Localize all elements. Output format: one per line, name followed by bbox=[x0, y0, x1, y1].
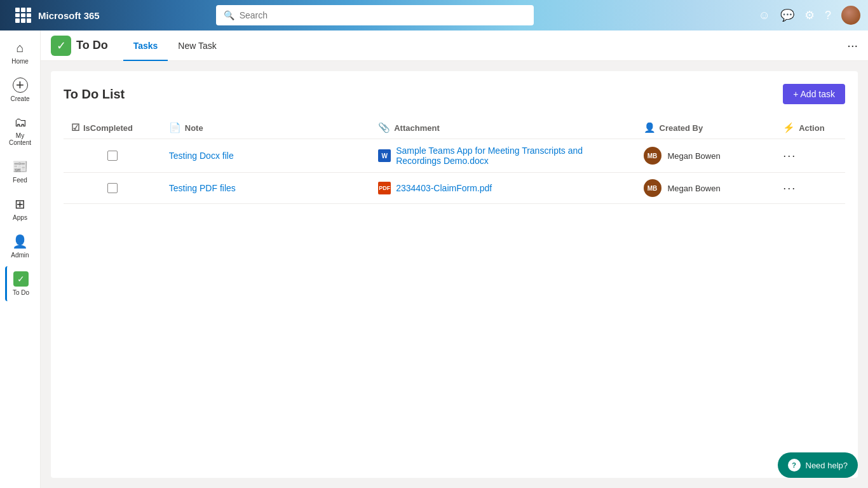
app-title: Microsoft 365 bbox=[38, 10, 100, 21]
creator-avatar-2: MB bbox=[644, 179, 661, 197]
note-link-2[interactable]: Testing PDF files bbox=[169, 183, 236, 193]
secondary-nav: ✓ To Do Tasks New Task ··· bbox=[41, 30, 868, 61]
table-row: Testing PDF files PDF 2334403-ClaimForm.… bbox=[64, 173, 845, 204]
my-content-icon: 🗂 bbox=[14, 115, 27, 130]
admin-icon: 👤 bbox=[12, 234, 28, 249]
word-icon: W bbox=[378, 149, 391, 162]
sidebar-item-my-content[interactable]: 🗂 My Content bbox=[5, 110, 36, 151]
col-header-completed: ☑ IsCompleted bbox=[64, 117, 161, 139]
cell-createdby-2: MB Megan Bowen bbox=[636, 173, 776, 204]
createdby-col-icon: 👤 bbox=[644, 122, 656, 133]
sidebar-label-home: Home bbox=[11, 58, 29, 65]
action-col-icon: ⚡ bbox=[783, 122, 795, 133]
home-icon: ⌂ bbox=[16, 41, 24, 55]
card-header: To Do List + Add task bbox=[64, 84, 845, 104]
tab-new-task[interactable]: New Task bbox=[168, 31, 226, 61]
note-col-icon: 📄 bbox=[169, 122, 181, 133]
attachment-link-1[interactable]: Sample Teams App for Meeting Transcripts… bbox=[396, 146, 628, 166]
create-icon: + bbox=[13, 78, 28, 93]
action-menu-1[interactable]: ··· bbox=[783, 149, 796, 162]
completed-col-icon: ☑ bbox=[71, 122, 79, 133]
sidebar-label-feed: Feed bbox=[13, 177, 27, 184]
feed-icon: 📰 bbox=[12, 159, 28, 174]
more-options-icon[interactable]: ··· bbox=[847, 38, 858, 53]
sidebar-item-home[interactable]: ⌂ Home bbox=[5, 36, 36, 70]
sidebar-item-apps[interactable]: ⊞ Apps bbox=[5, 191, 36, 226]
search-bar[interactable]: 🔍 bbox=[216, 5, 534, 25]
apps-icon: ⊞ bbox=[15, 196, 25, 212]
sidebar-label-todo: To Do bbox=[13, 289, 29, 296]
cell-attachment-1: W Sample Teams App for Meeting Transcrip… bbox=[370, 139, 635, 173]
content-area: To Do List + Add task ☑ IsCompleted bbox=[41, 61, 868, 488]
col-label-note: Note bbox=[185, 123, 203, 133]
task-checkbox-2[interactable] bbox=[107, 183, 118, 193]
attachment-link-2[interactable]: 2334403-ClaimForm.pdf bbox=[396, 183, 492, 193]
nav-tabs: Tasks New Task bbox=[123, 30, 227, 60]
task-card: To Do List + Add task ☑ IsCompleted bbox=[51, 71, 858, 478]
attachment-col-icon: 📎 bbox=[378, 122, 390, 133]
col-header-attachment: 📎 Attachment bbox=[370, 117, 635, 139]
pdf-icon: PDF bbox=[378, 182, 391, 194]
col-header-note: 📄 Note bbox=[161, 117, 370, 139]
creator-name-1: Megan Bowen bbox=[668, 151, 721, 161]
creator-avatar-1: MB bbox=[644, 147, 661, 165]
feedback-icon[interactable]: 💬 bbox=[780, 8, 794, 22]
sidebar-label-my-content: My Content bbox=[8, 132, 33, 146]
add-task-button[interactable]: + Add task bbox=[783, 84, 845, 104]
smiley-icon[interactable]: ☺ bbox=[759, 9, 770, 22]
cell-attachment-2: PDF 2334403-ClaimForm.pdf bbox=[370, 173, 635, 204]
app-name: To Do bbox=[76, 39, 108, 52]
cell-note-1: Testing Docx file bbox=[161, 139, 370, 173]
topbar-icons: ☺ 💬 ⚙ ? bbox=[759, 6, 860, 25]
need-help-label: Need help? bbox=[806, 461, 848, 470]
cell-completed-1 bbox=[64, 139, 161, 173]
app-icon: ✓ bbox=[51, 36, 71, 56]
col-label-action: Action bbox=[799, 123, 824, 133]
card-title: To Do List bbox=[64, 87, 125, 102]
topbar: Microsoft 365 🔍 ☺ 💬 ⚙ ? bbox=[0, 0, 868, 30]
help-icon[interactable]: ? bbox=[825, 9, 831, 22]
sidebar: ⌂ Home + Create 🗂 My Content 📰 Feed ⊞ Ap… bbox=[0, 30, 41, 488]
search-input[interactable] bbox=[240, 10, 526, 20]
table-row: Testing Docx file W Sample Teams App for… bbox=[64, 139, 845, 173]
col-header-action: ⚡ Action bbox=[775, 117, 845, 139]
tab-tasks[interactable]: Tasks bbox=[123, 31, 168, 61]
cell-action-1: ··· bbox=[775, 139, 845, 173]
sidebar-label-admin: Admin bbox=[11, 252, 29, 259]
help-circle-icon: ? bbox=[788, 459, 801, 471]
cell-completed-2 bbox=[64, 173, 161, 204]
main-area: ✓ To Do Tasks New Task ··· To Do List + … bbox=[41, 30, 868, 488]
cell-action-2: ··· bbox=[775, 173, 845, 204]
sidebar-item-create[interactable]: + Create bbox=[5, 72, 36, 107]
creator-name-2: Megan Bowen bbox=[668, 184, 721, 193]
avatar[interactable] bbox=[841, 6, 860, 25]
task-table: ☑ IsCompleted 📄 Note bbox=[64, 117, 845, 204]
sidebar-item-admin[interactable]: 👤 Admin bbox=[5, 229, 36, 264]
col-label-completed: IsCompleted bbox=[83, 123, 133, 133]
settings-icon[interactable]: ⚙ bbox=[804, 8, 815, 22]
col-header-createdby: 👤 Created By bbox=[636, 117, 776, 139]
note-link-1[interactable]: Testing Docx file bbox=[169, 151, 234, 161]
sidebar-label-apps: Apps bbox=[13, 214, 27, 221]
sidebar-label-create: Create bbox=[10, 95, 29, 102]
task-checkbox-1[interactable] bbox=[107, 151, 118, 161]
need-help-button[interactable]: ? Need help? bbox=[778, 452, 858, 478]
todo-icon: ✓ bbox=[13, 271, 29, 287]
sidebar-item-todo[interactable]: ✓ To Do bbox=[5, 266, 36, 301]
search-icon: 🔍 bbox=[224, 10, 234, 20]
col-label-attachment: Attachment bbox=[394, 123, 440, 133]
waffle-menu[interactable] bbox=[15, 8, 31, 23]
cell-note-2: Testing PDF files bbox=[161, 173, 370, 204]
col-label-createdby: Created By bbox=[660, 123, 703, 133]
sidebar-item-feed[interactable]: 📰 Feed bbox=[5, 154, 36, 189]
layout: ⌂ Home + Create 🗂 My Content 📰 Feed ⊞ Ap… bbox=[0, 30, 868, 488]
cell-createdby-1: MB Megan Bowen bbox=[636, 139, 776, 173]
action-menu-2[interactable]: ··· bbox=[783, 182, 796, 194]
